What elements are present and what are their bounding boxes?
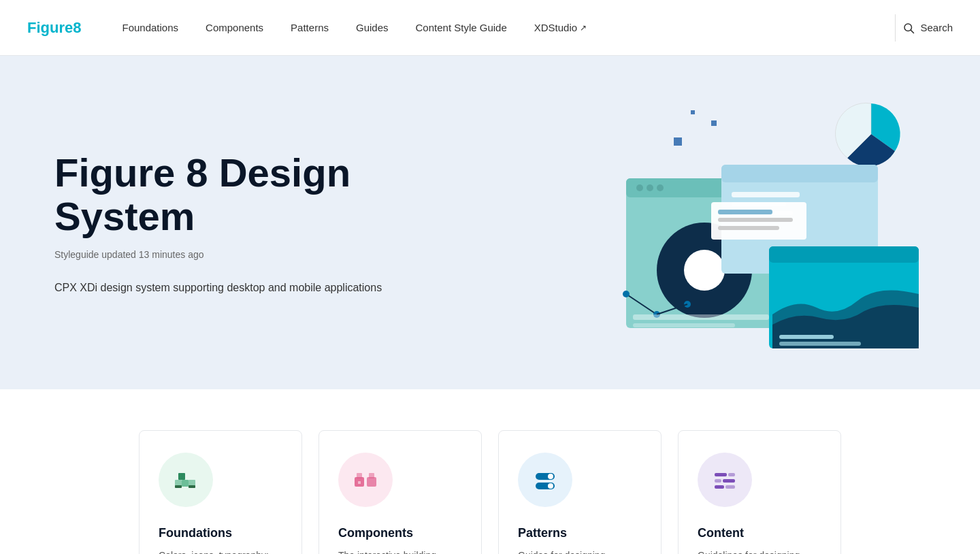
svg-rect-31 bbox=[718, 210, 772, 214]
svg-rect-29 bbox=[779, 342, 861, 346]
svg-rect-54 bbox=[723, 479, 735, 483]
svg-point-17 bbox=[623, 291, 630, 297]
svg-rect-2 bbox=[674, 137, 682, 146]
xdstudio-label: XDStudio bbox=[534, 22, 577, 33]
components-icon bbox=[352, 466, 379, 493]
svg-point-13 bbox=[657, 184, 664, 191]
hero-illustration bbox=[490, 97, 926, 348]
svg-rect-45 bbox=[369, 473, 374, 478]
svg-rect-39 bbox=[178, 473, 185, 480]
svg-rect-41 bbox=[189, 485, 195, 488]
svg-rect-52 bbox=[728, 473, 735, 476]
svg-rect-27 bbox=[769, 246, 919, 263]
svg-point-50 bbox=[548, 483, 553, 489]
nav-patterns[interactable]: Patterns bbox=[291, 22, 329, 33]
svg-point-11 bbox=[636, 184, 643, 191]
hero-illustration-svg bbox=[585, 97, 926, 348]
svg-rect-43 bbox=[367, 477, 376, 487]
toggles-icon bbox=[532, 466, 559, 493]
patterns-card-title: Patterns bbox=[518, 526, 642, 540]
hero-description: CPX XDi design system supporting desktop… bbox=[54, 282, 490, 294]
svg-point-12 bbox=[647, 184, 653, 191]
svg-rect-3 bbox=[711, 120, 717, 126]
content-card-desc: Guidelines for designing content bbox=[698, 549, 821, 554]
svg-rect-34 bbox=[633, 314, 769, 320]
patterns-card-desc: Guides for designing common patterns bbox=[518, 549, 642, 554]
nav-divider bbox=[895, 14, 896, 42]
content-card-title: Content bbox=[698, 526, 821, 540]
foundations-card[interactable]: Foundations Colors, icons, typography: F… bbox=[139, 430, 302, 554]
svg-rect-4 bbox=[691, 110, 695, 114]
nav-content-style-guide[interactable]: Content Style Guide bbox=[416, 22, 507, 33]
svg-rect-23 bbox=[732, 192, 800, 197]
svg-rect-36 bbox=[182, 480, 189, 487]
hero-content: Figure 8 Design System Styleguide update… bbox=[54, 151, 490, 294]
search-button[interactable]: Search bbox=[902, 22, 953, 34]
nav-components[interactable]: Components bbox=[206, 22, 263, 33]
svg-rect-55 bbox=[715, 485, 724, 489]
svg-rect-32 bbox=[718, 218, 793, 222]
svg-rect-53 bbox=[715, 479, 721, 483]
content-card[interactable]: Content Guidelines for designing content bbox=[678, 430, 841, 554]
main-nav: Figure8 Foundations Components Patterns … bbox=[0, 0, 980, 56]
nav-xdstudio[interactable]: XDStudio ↗ bbox=[534, 22, 587, 33]
search-icon bbox=[902, 22, 915, 34]
svg-point-15 bbox=[684, 250, 725, 291]
svg-rect-51 bbox=[715, 473, 727, 476]
components-card-desc: The interactive building blocks for desi… bbox=[338, 549, 462, 554]
search-label: Search bbox=[920, 22, 953, 33]
content-icon bbox=[711, 466, 738, 493]
nav-foundations[interactable]: Foundations bbox=[122, 22, 178, 33]
svg-point-48 bbox=[548, 474, 553, 479]
foundations-card-title: Foundations bbox=[159, 526, 282, 540]
logo-figure: Figure bbox=[27, 19, 73, 36]
svg-rect-44 bbox=[357, 473, 362, 478]
svg-rect-28 bbox=[779, 335, 834, 339]
components-card[interactable]: Components The interactive building bloc… bbox=[318, 430, 482, 554]
hero-subtitle: Styleguide updated 13 minutes ago bbox=[54, 249, 490, 260]
blocks-icon bbox=[172, 466, 199, 493]
patterns-icon-wrap bbox=[518, 453, 572, 507]
logo-8: 8 bbox=[73, 19, 81, 36]
foundations-card-desc: Colors, icons, typography: Figure 8's bu… bbox=[159, 549, 282, 554]
external-link-icon: ↗ bbox=[580, 23, 587, 33]
svg-rect-56 bbox=[725, 485, 735, 489]
foundations-icon-wrap bbox=[159, 453, 213, 507]
cards-section: Foundations Colors, icons, typography: F… bbox=[0, 389, 980, 554]
content-icon-wrap bbox=[698, 453, 752, 507]
svg-rect-46 bbox=[358, 481, 361, 484]
hero-section: Figure 8 Design System Styleguide update… bbox=[0, 56, 980, 389]
components-card-title: Components bbox=[338, 526, 462, 540]
svg-rect-22 bbox=[721, 165, 878, 182]
svg-rect-35 bbox=[633, 323, 735, 327]
nav-guides[interactable]: Guides bbox=[356, 22, 389, 33]
svg-rect-33 bbox=[718, 226, 779, 230]
nav-links: Foundations Components Patterns Guides C… bbox=[122, 22, 888, 33]
svg-rect-40 bbox=[175, 485, 182, 488]
svg-line-1 bbox=[911, 30, 914, 33]
patterns-card[interactable]: Patterns Guides for designing common pat… bbox=[498, 430, 662, 554]
hero-title: Figure 8 Design System bbox=[54, 151, 490, 238]
components-icon-wrap bbox=[338, 453, 393, 507]
logo[interactable]: Figure8 bbox=[27, 19, 81, 37]
